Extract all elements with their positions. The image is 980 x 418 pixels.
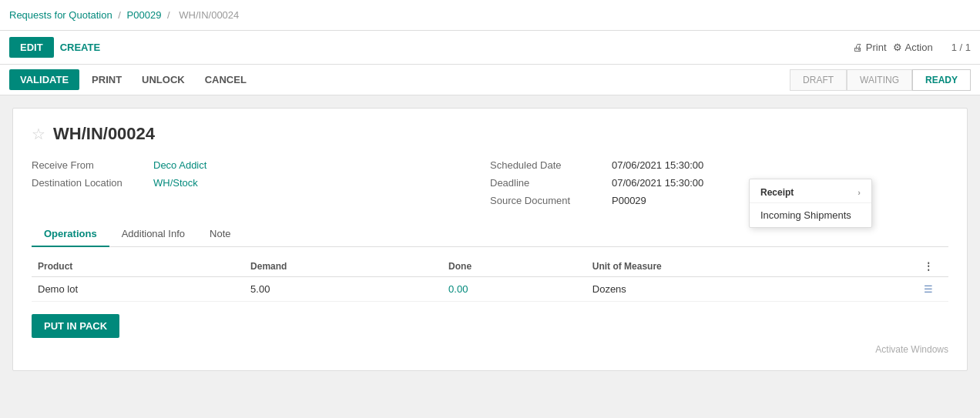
action-button[interactable]: ⚙ Action [893, 42, 933, 53]
col-demand: Demand [244, 256, 442, 277]
col-product: Product [32, 256, 244, 277]
dropdown-section-label: Receipt [760, 187, 794, 198]
action-bar: VALIDATE PRINT UNLOCK CANCEL DRAFT WAITI… [0, 65, 980, 95]
operations-table: Product Demand Done Unit of Measure ⋮ De… [32, 256, 948, 302]
put-in-pack-button[interactable]: PUT IN PACK [32, 314, 119, 338]
deadline-field: Deadline 07/06/2021 15:30:00 [490, 177, 948, 189]
record-card: ☆ WH/IN/00024 Receive From Deco Addict S… [12, 108, 968, 371]
print-button[interactable]: 🖨 Print [853, 42, 887, 53]
destination-value[interactable]: WH/Stock [153, 177, 198, 189]
kebab-icon-header[interactable]: ⋮ [924, 261, 933, 272]
edit-button[interactable]: EDIT [9, 37, 54, 58]
table-header-row: Product Demand Done Unit of Measure ⋮ [32, 256, 948, 277]
pagination: 1 / 1 [951, 42, 971, 53]
deadline-value: 07/06/2021 15:30:00 [612, 177, 703, 189]
record-title: WH/IN/00024 [53, 124, 155, 144]
chevron-right-icon: › [858, 188, 861, 197]
source-doc-label: Source Document [490, 195, 606, 206]
product-cell: Demo lot [32, 277, 244, 302]
source-doc-value: P00029 [612, 195, 646, 206]
receipt-dropdown: Receipt › Incoming Shipments [749, 179, 872, 228]
print-action-button[interactable]: PRINT [84, 69, 129, 90]
scheduled-date-field: Scheduled Date 07/06/2021 15:30:00 [490, 159, 948, 171]
destination-label: Destination Location [32, 177, 147, 189]
breadcrumb-bar: Requests for Quotation / P00029 / WH/IN/… [0, 0, 980, 31]
scheduled-date-label: Scheduled Date [490, 159, 606, 171]
unit-cell: Dozens [586, 277, 918, 302]
receive-from-label: Receive From [32, 159, 147, 171]
breadcrumb: Requests for Quotation / P00029 / WH/IN/… [9, 9, 971, 21]
tab-operations[interactable]: Operations [32, 222, 109, 247]
source-doc-field: Source Document P00029 [490, 195, 948, 206]
activate-windows-text: Activate Windows [32, 344, 948, 355]
dropdown-section: Receipt › [750, 179, 871, 203]
done-cell[interactable]: 0.00 [442, 277, 586, 302]
printer-icon: 🖨 [853, 42, 863, 53]
breadcrumb-sep1: / [118, 9, 121, 21]
status-ready[interactable]: READY [912, 69, 971, 91]
receive-from-field: Receive From Deco Addict [32, 159, 490, 171]
col-actions-header: ⋮ [918, 256, 948, 277]
card-header: ☆ WH/IN/00024 [32, 124, 948, 144]
toolbar: EDIT CREATE 🖨 Print ⚙ Action 1 / 1 [0, 31, 980, 65]
breadcrumb-part1[interactable]: Requests for Quotation [9, 9, 112, 21]
create-button[interactable]: CREATE [60, 42, 100, 53]
col-done: Done [442, 256, 586, 277]
destination-field: Destination Location WH/Stock [32, 177, 490, 189]
status-draft[interactable]: DRAFT [790, 69, 847, 91]
table-row: Demo lot 5.00 0.00 Dozens ☰ [32, 277, 948, 302]
unlock-button[interactable]: UNLOCK [134, 69, 193, 90]
demand-cell: 5.00 [244, 277, 442, 302]
breadcrumb-sep2: / [167, 9, 170, 21]
incoming-shipments-item[interactable]: Incoming Shipments [750, 203, 871, 227]
cancel-button[interactable]: CANCEL [197, 69, 254, 90]
col-unit: Unit of Measure [586, 256, 918, 277]
receive-from-value[interactable]: Deco Addict [153, 159, 206, 171]
main-content: ☆ WH/IN/00024 Receive From Deco Addict S… [0, 95, 980, 383]
tab-note[interactable]: Note [197, 222, 243, 247]
deadline-label: Deadline [490, 177, 606, 189]
favorite-star-icon[interactable]: ☆ [32, 125, 45, 143]
scheduled-date-value: 07/06/2021 15:30:00 [612, 159, 703, 171]
detail-list-icon[interactable]: ☰ [924, 283, 933, 295]
validate-button[interactable]: VALIDATE [9, 69, 79, 90]
breadcrumb-part3: WH/IN/00024 [179, 9, 239, 21]
breadcrumb-part2[interactable]: P00029 [127, 9, 162, 21]
gear-icon: ⚙ [893, 42, 902, 53]
list-icon-cell: ☰ [918, 277, 948, 302]
status-bar: DRAFT WAITING READY [790, 69, 971, 91]
status-waiting[interactable]: WAITING [847, 69, 912, 91]
tab-additional-info[interactable]: Additional Info [109, 222, 197, 247]
